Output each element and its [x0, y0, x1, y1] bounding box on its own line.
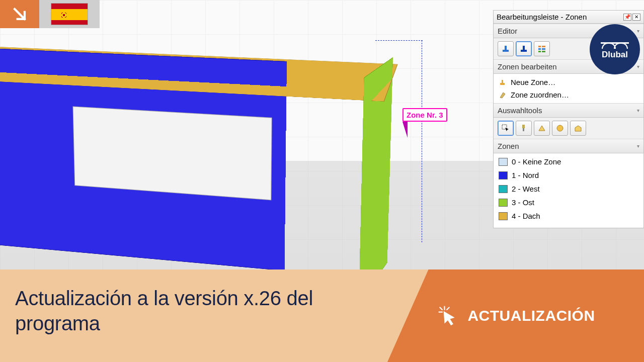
svg-rect-11 — [502, 80, 503, 83]
editor-tool-3[interactable] — [534, 41, 550, 56]
zone-swatch — [499, 212, 508, 220]
svg-rect-10 — [500, 83, 505, 85]
click-cursor-icon — [436, 305, 458, 327]
zone-callout-tail — [403, 122, 408, 138]
selection-toolbar — [494, 118, 643, 139]
chevron-down-icon: ▾ — [637, 64, 639, 69]
close-icon[interactable]: ✕ — [632, 14, 640, 21]
svg-rect-13 — [522, 125, 525, 128]
menu-assign-zone-label: Zone zuordnen… — [511, 90, 569, 99]
editor-tool-1[interactable] — [498, 41, 514, 56]
banner-tag: ACTUALIZACIÓN — [387, 269, 644, 362]
svg-rect-5 — [538, 48, 541, 50]
zone-swatch — [499, 171, 508, 179]
svg-rect-7 — [542, 46, 545, 47]
zone-callout: Zone Nr. 3 — [403, 108, 447, 138]
assign-zone-icon — [499, 91, 507, 99]
svg-rect-1 — [505, 46, 507, 50]
section-zones-header[interactable]: Zonen ▾ — [494, 139, 643, 153]
section-zones-title: Zonen — [498, 142, 519, 150]
language-badge — [0, 0, 100, 28]
select-sphere-tool[interactable] — [552, 121, 568, 136]
section-editor-title: Editor — [498, 27, 517, 35]
zone-label: 3 - Ost — [512, 198, 534, 207]
svg-line-19 — [447, 308, 450, 310]
svg-rect-4 — [538, 46, 541, 47]
editor-tool-2[interactable] — [516, 41, 532, 56]
banner-tag-label: ACTUALIZACIÓN — [467, 307, 595, 324]
dlubal-logo-text: Dlubal — [602, 50, 628, 60]
zone-label: 4 - Dach — [512, 212, 540, 220]
svg-rect-2 — [521, 50, 527, 52]
svg-line-18 — [440, 308, 443, 310]
svg-rect-6 — [538, 51, 541, 52]
zone-item-2[interactable]: 2 - West — [497, 182, 640, 196]
banner-title-area: Actualización a la versión x.26 del prog… — [0, 269, 387, 362]
selection-dash-vertical — [422, 40, 422, 242]
zone-item-1[interactable]: 1 - Nord — [497, 168, 640, 182]
pin-icon[interactable]: 📌 — [623, 14, 631, 21]
flag-spain-icon — [39, 0, 100, 28]
chevron-down-icon: ▾ — [637, 143, 639, 149]
section-selection-tools-title: Auswahltools — [498, 106, 542, 115]
zone-callout-text: Zone Nr. 3 — [403, 108, 447, 122]
select-building-tool[interactable] — [570, 121, 586, 136]
zone-item-3[interactable]: 3 - Ost — [497, 196, 640, 209]
edit-zones-menu: Neue Zone… Zone zuordnen… — [494, 74, 643, 103]
svg-point-15 — [557, 125, 563, 131]
zone-label: 0 - Keine Zone — [512, 157, 561, 166]
svg-rect-3 — [523, 46, 525, 50]
selection-dash-horizontal — [375, 40, 423, 41]
zone-list: 0 - Keine Zone 1 - Nord 2 - West 3 - Ost… — [494, 153, 643, 228]
select-cursor-tool[interactable] — [498, 121, 514, 136]
chevron-down-icon: ▾ — [637, 28, 639, 34]
new-zone-icon — [499, 78, 507, 86]
bottom-banner: Actualización a la versión x.26 del prog… — [0, 269, 644, 362]
zone-swatch — [499, 199, 508, 207]
download-arrow-icon — [0, 0, 39, 28]
zone-label: 1 - Nord — [512, 171, 539, 179]
zone-swatch — [499, 185, 508, 193]
svg-rect-9 — [542, 51, 545, 52]
svg-rect-14 — [523, 128, 524, 131]
panel-titlebar[interactable]: Bearbeitungsleiste - Zonen 📌 ✕ — [494, 11, 643, 24]
section-selection-tools-header[interactable]: Auswahltools ▾ — [494, 103, 643, 118]
menu-assign-zone[interactable]: Zone zuordnen… — [494, 88, 643, 101]
select-brush-tool[interactable] — [516, 121, 532, 136]
chevron-down-icon: ▾ — [637, 108, 639, 113]
select-face-tool[interactable] — [534, 121, 550, 136]
zone-item-4[interactable]: 4 - Dach — [497, 209, 640, 223]
panel-title: Bearbeitungsleiste - Zonen — [497, 13, 622, 21]
svg-rect-8 — [542, 48, 545, 50]
zone-label: 2 - West — [512, 185, 540, 193]
menu-new-zone-label: Neue Zone… — [511, 78, 555, 86]
svg-rect-0 — [503, 50, 509, 52]
menu-new-zone[interactable]: Neue Zone… — [494, 76, 643, 88]
model-scene — [0, 34, 428, 240]
zone-item-0[interactable]: 0 - Keine Zone — [497, 155, 640, 168]
window-opening[interactable] — [73, 106, 272, 200]
zone-swatch — [499, 158, 508, 166]
section-edit-zones-title: Zonen bearbeiten — [498, 62, 557, 71]
banner-headline: Actualización a la versión x.26 del prog… — [15, 286, 372, 336]
dlubal-logo: Dlubal — [590, 24, 640, 74]
